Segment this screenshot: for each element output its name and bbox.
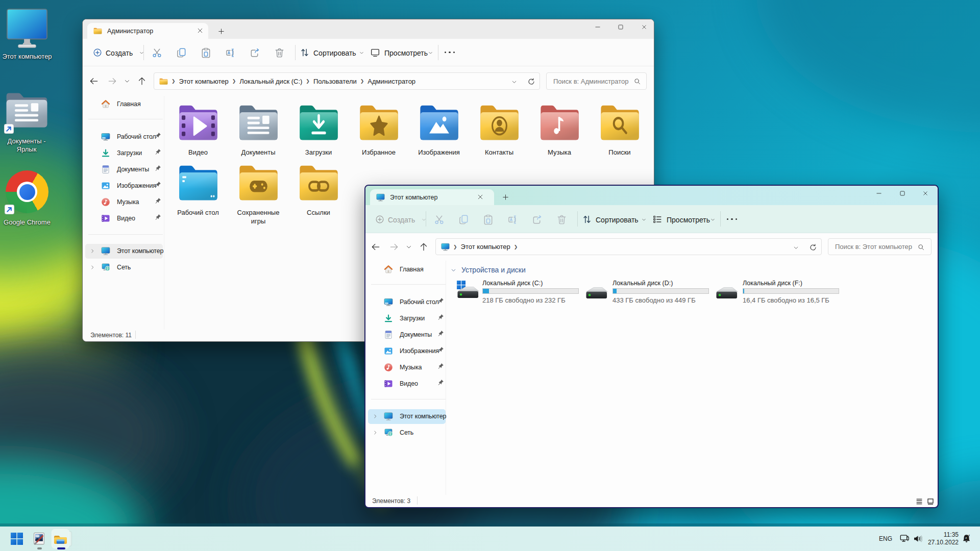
svg-text:z: z — [965, 536, 967, 539]
svg-text:z: z — [968, 534, 970, 537]
